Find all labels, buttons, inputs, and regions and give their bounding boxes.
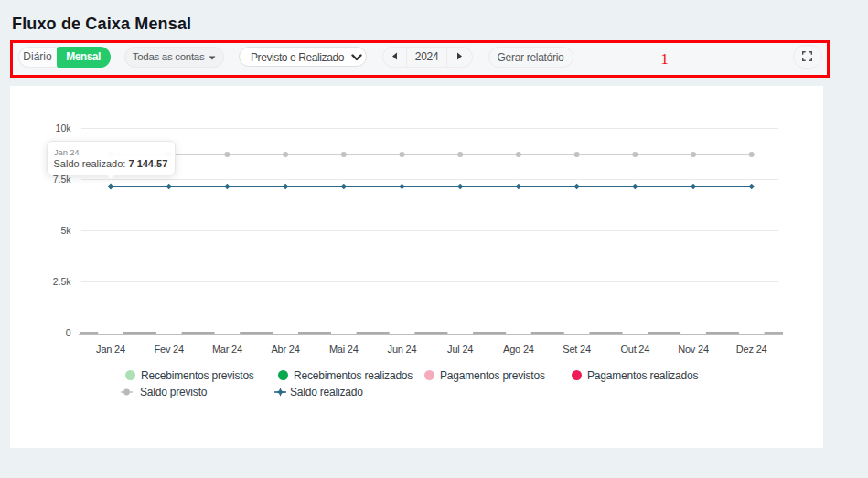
svg-text:Dez 24: Dez 24: [736, 344, 767, 355]
svg-text:Jul 24: Jul 24: [447, 344, 473, 355]
svg-text:Fev 24: Fev 24: [154, 344, 184, 355]
svg-text:2.5k: 2.5k: [53, 276, 72, 287]
svg-text:5k: 5k: [60, 225, 71, 236]
svg-text:Nov 24: Nov 24: [678, 344, 709, 355]
svg-text:Set 24: Set 24: [563, 344, 591, 355]
svg-text:Jan 24: Jan 24: [96, 344, 125, 355]
svg-text:Jun 24: Jun 24: [388, 344, 417, 355]
svg-text:Ago 24: Ago 24: [503, 344, 534, 355]
svg-text:0: 0: [66, 327, 71, 338]
svg-text:Mar 24: Mar 24: [212, 344, 242, 355]
svg-text:Out 24: Out 24: [620, 344, 649, 355]
svg-text:Mai 24: Mai 24: [329, 344, 359, 355]
svg-text:Abr 24: Abr 24: [271, 344, 299, 355]
svg-text:10k: 10k: [56, 122, 72, 133]
